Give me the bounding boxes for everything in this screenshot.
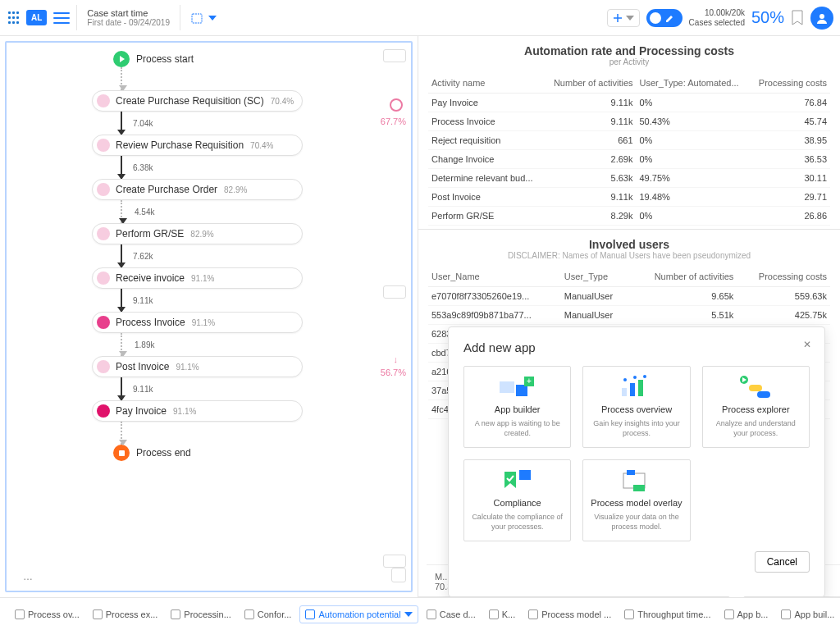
node-pct: 91.1% [191, 274, 214, 283]
card-app-builder[interactable]: + App builder A new app is waiting to be… [463, 366, 571, 448]
canvas-control[interactable] [383, 555, 406, 568]
col-header[interactable]: Processing costs [737, 267, 830, 287]
menu-icon[interactable] [53, 12, 70, 24]
close-icon[interactable]: ✕ [803, 339, 811, 350]
col-header[interactable]: User_Type: Automated... [637, 73, 751, 94]
card-process-explorer[interactable]: Process explorer Analyze and understand … [702, 366, 810, 448]
footer-tab[interactable]: K... [484, 606, 521, 623]
table-row[interactable]: Perform GR/SE8.29k0%26.86 [428, 207, 830, 226]
panel-title: Automation rate and Processing costs [428, 44, 830, 57]
edge-label: 9.11k [130, 384, 155, 395]
node-pct: 70.4% [250, 141, 273, 150]
project-badge[interactable]: AL [26, 10, 47, 25]
tab-icon [427, 609, 436, 619]
canvas-control[interactable] [383, 49, 406, 62]
card-title: Process explorer [722, 404, 790, 414]
chevron-down-icon [208, 16, 217, 21]
svg-point-11 [643, 375, 646, 378]
col-header[interactable]: Number of activities [544, 73, 636, 94]
table-row[interactable]: Determine relevant bud...5.63k49.75%30.1… [428, 169, 830, 188]
footer-tab[interactable]: App buil... [776, 606, 839, 623]
flow-node[interactable]: Post Invoice91.1% [92, 356, 303, 377]
modal-title: Add new app [463, 340, 810, 354]
edge-label: 7.62k [130, 251, 155, 262]
tab-label: Processin... [184, 609, 231, 619]
card-compliance[interactable]: Compliance Calculate the compliance of y… [463, 459, 571, 541]
user-avatar[interactable] [810, 7, 833, 30]
card-desc: Calculate the compliance of your process… [471, 513, 564, 532]
footer-tab[interactable]: Process ov... [10, 606, 84, 623]
card-model-overlay[interactable]: Process model overlay Visualize your dat… [582, 459, 690, 541]
table-row[interactable]: Pay Invoice9.11k0%76.84 [428, 94, 830, 112]
app-grid-icon[interactable] [7, 11, 20, 25]
table-row[interactable]: Reject requisition6610%38.95 [428, 131, 830, 150]
footer-tab[interactable]: Confor... [240, 606, 297, 623]
flow-node[interactable]: Create Purchase Order82.9% [92, 179, 303, 200]
table-row[interactable]: Change Invoice2.69k0%36.53 [428, 150, 830, 169]
table-row[interactable]: Process Invoice9.11k50.43%45.74 [428, 112, 830, 131]
case-time-label: Case start time [87, 8, 170, 18]
footer-tab[interactable]: App b... [719, 606, 774, 623]
process-canvas[interactable]: 67.7% ↓ 56.7% … Process start Create Pur… [5, 41, 413, 592]
svg-rect-2 [500, 381, 514, 393]
canvas-control[interactable] [391, 568, 406, 582]
card-desc: Visualize your data on the process model… [590, 513, 682, 532]
flow-edge: 6.38k [121, 156, 122, 179]
flow-node[interactable]: Receive invoice91.1% [92, 267, 303, 289]
flow-node-end[interactable]: Process end [113, 445, 303, 461]
svg-point-9 [623, 378, 627, 381]
footer-tab[interactable]: Processin... [166, 606, 235, 623]
add-widget-button[interactable] [607, 9, 640, 27]
table-row[interactable]: 553a9c89f09b871ba77...ManualUser5.51k425… [428, 306, 830, 325]
flow-node[interactable]: Pay Invoice91.1% [92, 400, 303, 422]
node-label: Receive invoice [116, 272, 185, 284]
footer-tab[interactable]: Case d... [422, 606, 481, 623]
col-header[interactable]: User_Type [561, 267, 630, 287]
card-process-overview[interactable]: Process overview Gain key insights into … [582, 366, 690, 448]
col-header[interactable]: User_Name [428, 267, 561, 287]
stop-icon [113, 445, 130, 461]
col-header[interactable]: Activity name [428, 73, 544, 94]
chevron-down-icon [404, 612, 413, 617]
toggle-knob [650, 12, 661, 24]
bookmark-icon[interactable] [791, 10, 804, 26]
tab-label: Process ov... [28, 609, 80, 619]
footer-tab[interactable]: Process ex... [88, 606, 163, 623]
flow-node[interactable]: Process Invoice91.1% [92, 312, 303, 333]
canvas-more[interactable]: … [23, 571, 33, 582]
flow-node[interactable]: Perform GR/SE82.9% [92, 223, 303, 244]
side-marker-icon [390, 98, 403, 112]
svg-rect-19 [633, 485, 645, 491]
col-header[interactable]: Processing costs [750, 73, 830, 94]
tab-icon [93, 609, 103, 619]
footer-tab[interactable]: Automation potential [299, 605, 418, 623]
case-percent: 50% [751, 8, 784, 27]
card-title: Process overview [601, 404, 672, 414]
node-label: Create Purchase Order [116, 184, 217, 195]
cancel-button[interactable]: Cancel [755, 551, 810, 573]
modal-card-grid: + App builder A new app is waiting to be… [463, 366, 810, 541]
panel-subtitle: per Activity [428, 57, 830, 66]
side-arrow-icon: ↓ [394, 354, 399, 364]
node-pct: 82.9% [190, 230, 213, 239]
tab-icon [781, 609, 791, 619]
flow-node[interactable]: Review Purchase Requisition70.4% [92, 135, 303, 156]
table-row[interactable]: e7070f8f73305260e19...ManualUser9.65k559… [428, 287, 830, 306]
timeframe-dropdown[interactable] [187, 11, 217, 25]
person-icon [816, 12, 828, 24]
col-header[interactable]: Number of activities [630, 267, 737, 287]
footer-tab[interactable]: Throughput time... [619, 606, 715, 623]
edge-label: 1.89k [132, 340, 157, 350]
table-row[interactable]: Post Invoice9.11k19.48%29.71 [428, 188, 830, 207]
flow-node[interactable]: Create Purchase Requisition (SC)70.4% [92, 90, 303, 112]
pencil-icon [664, 12, 676, 24]
flow-node-start[interactable]: Process start [113, 51, 303, 67]
card-title: App builder [495, 404, 541, 414]
tab-label: Process ex... [106, 609, 158, 619]
flow-edge [121, 67, 122, 90]
canvas-control[interactable] [383, 285, 406, 299]
footer-tab[interactable]: Process model ... [523, 606, 616, 623]
case-time-selector[interactable]: Case start time First date - 09/24/2019 [76, 5, 180, 30]
tab-icon [171, 609, 180, 619]
view-toggle[interactable] [646, 9, 682, 27]
